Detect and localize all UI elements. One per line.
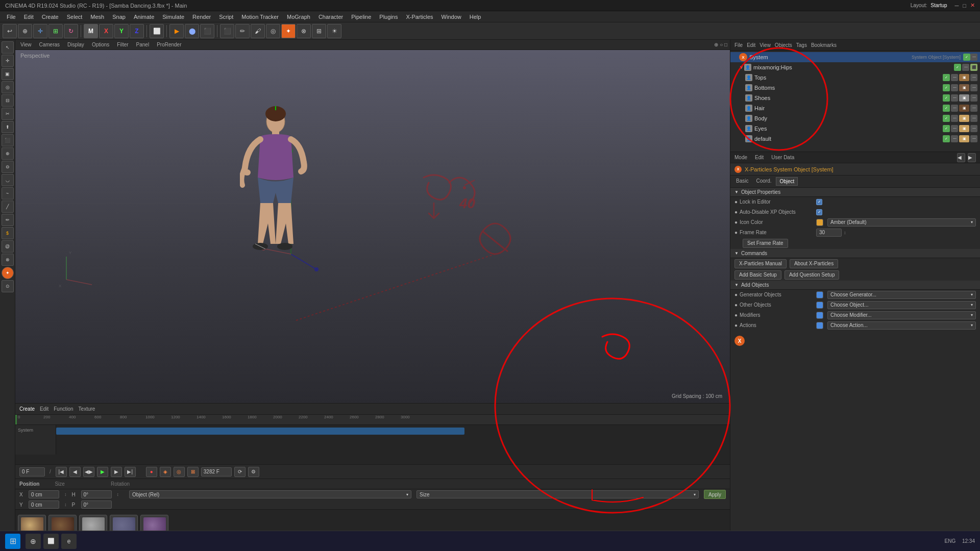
lt-fill-btn[interactable]: ⬛ xyxy=(2,134,14,146)
p-rot-field[interactable]: 0° xyxy=(81,500,112,509)
lt-deform-btn[interactable]: ⊗ xyxy=(2,254,14,266)
lt-knife-btn[interactable]: ✂ xyxy=(2,108,14,120)
add-basic-setup-btn[interactable]: Add Basic Setup xyxy=(734,270,781,280)
lt-misc-btn[interactable]: ⊙ xyxy=(2,280,14,292)
menu-motion-tracker[interactable]: Motion Tracker xyxy=(237,14,283,20)
lt-twist-btn[interactable]: ~ xyxy=(2,187,14,199)
pen-btn[interactable]: ✏ xyxy=(235,24,250,38)
lt-mirror-btn[interactable]: ⊖ xyxy=(2,161,14,173)
size-mode-dropdown[interactable]: Size ▾ xyxy=(416,490,699,498)
light-btn[interactable]: ☀ xyxy=(327,24,341,38)
total-frames-field[interactable]: 3282 F xyxy=(201,467,232,477)
props-menu-mode[interactable]: Mode xyxy=(734,155,747,160)
obj-props-section[interactable]: ▼ Object Properties xyxy=(730,188,980,197)
model-btn[interactable]: M xyxy=(84,24,98,38)
menu-plugins[interactable]: Plugins xyxy=(375,14,402,20)
vp-tab-options[interactable]: Options xyxy=(89,42,112,47)
lt-xp-btn[interactable]: ✦ xyxy=(2,267,14,279)
minimize-btn[interactable]: ─ xyxy=(955,3,959,9)
sculpt-btn[interactable]: ◎ xyxy=(266,24,280,38)
lt-magnet-btn[interactable]: ⊕ xyxy=(2,147,14,160)
lt-pen-btn[interactable]: ✏ xyxy=(2,214,14,226)
live-select-btn[interactable]: ⊕ xyxy=(18,24,32,38)
menu-window[interactable]: Window xyxy=(437,14,465,20)
obj-menu-tags[interactable]: Tags xyxy=(796,42,807,48)
actions-dropdown[interactable]: Choose Action... ▾ xyxy=(827,321,976,330)
obj-row-tops[interactable]: 👤 Tops ✓ ⋯ ▣ ⋯ xyxy=(730,72,980,83)
current-frame-field[interactable]: 0 F xyxy=(19,467,45,477)
scale-btn[interactable]: ⊞ xyxy=(48,24,63,38)
y-pos-field[interactable]: 0 cm xyxy=(29,500,59,509)
cube-btn[interactable]: ⬛ xyxy=(220,24,234,38)
menu-create[interactable]: Create xyxy=(38,14,63,20)
h-rot-field[interactable]: 0° xyxy=(81,490,112,498)
next-frame-btn[interactable]: ▶ xyxy=(111,467,122,477)
obj-row-shoes[interactable]: 👤 Shoes ✓ ⋯ ▣ ⋯ xyxy=(730,93,980,103)
lt-dollar-btn[interactable]: $ xyxy=(2,227,14,239)
vp-tab-filter[interactable]: Filter xyxy=(114,42,131,47)
maximize-btn[interactable]: □ xyxy=(963,3,966,9)
paint-btn[interactable]: 🖌 xyxy=(251,24,265,38)
obj-row-hips[interactable]: ▼ 👤 mixamorig:Hips ✓ ⋯ ⬛ xyxy=(730,62,980,72)
obj-menu-bookmarks[interactable]: Bookmarks xyxy=(811,42,837,48)
timeline-track-area[interactable] xyxy=(56,425,730,455)
obj-row-default[interactable]: 👤 default ✓ ⋯ ▣ ⋯ xyxy=(730,134,980,144)
anim-btn[interactable]: ▶ xyxy=(169,24,184,38)
tl-tab-edit[interactable]: Edit xyxy=(40,406,48,412)
tl-tab-create[interactable]: Create xyxy=(19,406,35,412)
menu-snap[interactable]: Snap xyxy=(108,14,130,20)
search-btn[interactable]: ⊕ xyxy=(26,534,41,549)
props-next-btn[interactable]: ▶ xyxy=(968,153,976,162)
lock-editor-check[interactable]: ✓ xyxy=(816,199,822,205)
record-rot-btn[interactable]: ◎ xyxy=(174,467,185,477)
lt-extrude-btn[interactable]: ⬆ xyxy=(2,121,14,133)
axis-z-btn[interactable]: Z xyxy=(130,24,144,38)
obj-row-body[interactable]: 👤 Body ✓ ⋯ ▣ ⋯ xyxy=(730,113,980,123)
generator-dropdown[interactable]: Choose Generator... ▾ xyxy=(827,291,976,299)
about-xp-btn[interactable]: About X-Particles xyxy=(790,259,838,268)
tl-tab-texture[interactable]: Texture xyxy=(79,406,95,412)
menu-xparticles[interactable]: X-Particles xyxy=(402,14,437,20)
render-view-btn[interactable]: ⬤ xyxy=(185,24,199,38)
menu-help[interactable]: Help xyxy=(465,14,485,20)
menu-simulate[interactable]: Simulate xyxy=(158,14,188,20)
vp-tab-prorender[interactable]: ProRender xyxy=(154,42,184,47)
close-btn[interactable]: ✕ xyxy=(970,2,975,9)
frame-rate-input[interactable]: 30 xyxy=(816,229,842,237)
rotate-btn[interactable]: ↻ xyxy=(64,24,78,38)
lt-polygon-btn[interactable]: ◎ xyxy=(2,81,14,93)
loop-btn[interactable]: ⟳ xyxy=(234,467,246,477)
move-btn[interactable]: ✛ xyxy=(33,24,47,38)
xp-btn[interactable]: ✦ xyxy=(281,24,296,38)
vp-tab-view[interactable]: View xyxy=(18,42,34,47)
go-end-btn[interactable]: ▶| xyxy=(125,467,136,477)
obj-menu-objects[interactable]: Objects xyxy=(775,42,792,48)
menu-animate[interactable]: Animate xyxy=(130,14,158,20)
axis-x-btn[interactable]: X xyxy=(99,24,113,38)
tl-tab-function[interactable]: Function xyxy=(54,406,73,412)
tab-basic[interactable]: Basic xyxy=(733,177,751,186)
menu-mograph[interactable]: MoGraph xyxy=(283,14,314,20)
menu-edit[interactable]: Edit xyxy=(20,14,38,20)
modifiers-dropdown[interactable]: Choose Modifier... ▾ xyxy=(827,311,976,319)
lt-move-btn[interactable]: ✛ xyxy=(2,55,14,67)
play-btn[interactable]: ▶ xyxy=(97,467,108,477)
vp-tab-panel[interactable]: Panel xyxy=(134,42,152,47)
taskview-btn[interactable]: ⬜ xyxy=(43,534,59,549)
go-start-btn[interactable]: |◀ xyxy=(56,467,67,477)
settings-btn[interactable]: ⚙ xyxy=(248,467,259,477)
props-prev-btn[interactable]: ◀ xyxy=(957,153,965,162)
menu-pipeline[interactable]: Pipeline xyxy=(347,14,375,20)
play-back-btn[interactable]: ◀▶ xyxy=(83,467,94,477)
lt-edge-btn[interactable]: ⊟ xyxy=(2,94,14,107)
menu-mesh[interactable]: Mesh xyxy=(86,14,108,20)
taskbar-edge-btn[interactable]: e xyxy=(61,534,77,549)
icon-color-dropdown[interactable]: Amber (Default) ▾ xyxy=(827,218,976,227)
menu-render[interactable]: Render xyxy=(188,14,215,20)
add-objects-section[interactable]: ▼ Add Objects xyxy=(730,281,980,290)
x-pos-field[interactable]: 0 cm xyxy=(29,490,59,498)
other-dropdown[interactable]: Choose Object... ▾ xyxy=(827,301,976,309)
prev-frame-btn[interactable]: ◀ xyxy=(69,467,81,477)
menu-select[interactable]: Select xyxy=(63,14,87,20)
record-pos-btn[interactable]: ◈ xyxy=(160,467,171,477)
